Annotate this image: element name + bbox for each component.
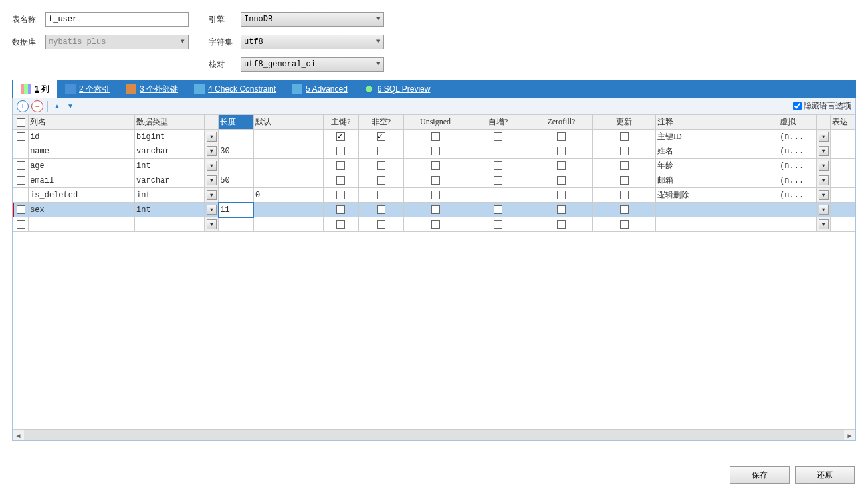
tab-columns[interactable]: 1 列 — [13, 80, 57, 98]
checkbox[interactable] — [557, 132, 566, 141]
cell-comment[interactable]: 主键ID — [655, 130, 778, 144]
checkbox[interactable] — [377, 220, 385, 229]
checkbox[interactable] — [494, 147, 502, 155]
header-zerofill[interactable]: Zerofill? — [530, 115, 593, 130]
virtual-dropdown-button[interactable]: ▼ — [819, 132, 829, 142]
checkbox[interactable] — [494, 191, 502, 199]
header-data-type[interactable]: 数据类型 — [135, 115, 205, 130]
checkbox[interactable] — [431, 176, 440, 185]
row-select-checkbox[interactable] — [17, 220, 25, 229]
tab-sql-preview[interactable]: 6 SQL Preview — [356, 80, 439, 98]
header-auto-inc[interactable]: 自增? — [467, 115, 530, 130]
checkbox[interactable] — [494, 205, 502, 214]
cell-default[interactable] — [253, 173, 323, 188]
scroll-left-arrow[interactable]: ◄ — [13, 430, 24, 441]
cell-default[interactable]: 0 — [253, 188, 323, 203]
table-row[interactable]: is_deletedint▼0逻辑删除(n...▼ — [13, 188, 855, 203]
checkbox[interactable] — [336, 191, 345, 199]
row-select-checkbox[interactable] — [17, 191, 25, 199]
checkbox[interactable] — [336, 161, 345, 170]
cell-virtual[interactable]: (n... — [778, 144, 817, 159]
move-up-button[interactable]: ▲ — [52, 102, 62, 110]
checkbox[interactable] — [431, 205, 440, 214]
checkbox[interactable] — [377, 176, 385, 185]
move-down-button[interactable]: ▼ — [65, 102, 76, 110]
table-row[interactable]: sexint▼11▼ — [13, 203, 855, 217]
cell-length[interactable] — [219, 188, 254, 203]
tab-indexes[interactable]: 2 个索引 — [57, 80, 118, 98]
checkbox[interactable] — [336, 132, 345, 141]
checkbox[interactable] — [377, 205, 385, 214]
checkbox[interactable] — [557, 161, 566, 170]
hide-language-checkbox[interactable]: 隐藏语言选项 — [793, 100, 851, 112]
header-length[interactable]: 长度 — [219, 115, 254, 130]
type-dropdown-button[interactable]: ▼ — [207, 205, 217, 215]
add-column-button[interactable]: + — [17, 100, 29, 112]
checkbox[interactable] — [620, 147, 629, 155]
checkbox[interactable] — [336, 147, 345, 155]
table-row[interactable]: idbigint▼主键ID(n...▼ — [13, 130, 855, 144]
cell-comment[interactable]: 姓名 — [655, 144, 778, 159]
header-default[interactable]: 默认 — [253, 115, 323, 130]
cell-column-name[interactable]: name — [29, 144, 135, 159]
type-dropdown-button[interactable]: ▼ — [207, 161, 217, 171]
type-dropdown-button[interactable]: ▼ — [207, 175, 217, 185]
checkbox[interactable] — [620, 176, 629, 185]
cell-virtual[interactable]: (n... — [778, 130, 817, 144]
row-select-checkbox[interactable] — [17, 205, 25, 214]
header-unsigned[interactable]: Unsigned — [404, 115, 467, 130]
checkbox[interactable] — [431, 191, 440, 199]
checkbox[interactable] — [557, 205, 566, 214]
checkbox[interactable] — [557, 176, 566, 185]
charset-select[interactable] — [241, 35, 384, 49]
cell-length[interactable] — [219, 159, 254, 173]
checkbox[interactable] — [620, 191, 629, 199]
cell-default[interactable] — [253, 203, 323, 217]
table-name-input[interactable] — [45, 12, 189, 27]
checkbox[interactable] — [557, 191, 566, 199]
virtual-dropdown-button[interactable]: ▼ — [819, 175, 829, 185]
cell-virtual[interactable]: (n... — [778, 188, 817, 203]
cell-expr[interactable] — [831, 144, 855, 159]
row-select-checkbox[interactable] — [17, 132, 25, 141]
checkbox[interactable] — [431, 161, 440, 170]
checkbox[interactable] — [494, 220, 502, 229]
header-pk[interactable]: 主键? — [324, 115, 359, 130]
checkbox[interactable] — [620, 161, 629, 170]
cell-expr[interactable] — [831, 173, 855, 188]
header-expr[interactable]: 表达 — [831, 115, 855, 130]
scroll-right-arrow[interactable]: ► — [844, 430, 855, 441]
cell-default[interactable] — [253, 217, 323, 232]
cell-virtual[interactable] — [778, 203, 817, 217]
checkbox[interactable] — [620, 220, 629, 229]
tab-advanced[interactable]: 5 Advanced — [284, 80, 356, 98]
select-all-checkbox[interactable] — [17, 118, 25, 127]
cell-length[interactable]: 11 — [219, 203, 254, 217]
header-comment[interactable]: 注释 — [655, 115, 778, 130]
virtual-dropdown-button[interactable]: ▼ — [819, 205, 829, 215]
checkbox[interactable] — [557, 147, 566, 155]
type-dropdown-button[interactable]: ▼ — [207, 190, 217, 200]
cell-length[interactable]: 50 — [219, 173, 254, 188]
cell-column-name[interactable]: age — [29, 159, 135, 173]
virtual-dropdown-button[interactable]: ▼ — [819, 219, 829, 229]
cell-comment[interactable]: 年龄 — [655, 159, 778, 173]
row-select-checkbox[interactable] — [17, 161, 25, 170]
cell-comment[interactable] — [655, 217, 778, 232]
checkbox[interactable] — [494, 161, 502, 170]
collation-select[interactable] — [241, 57, 384, 72]
checkbox[interactable] — [431, 147, 440, 155]
checkbox[interactable] — [620, 132, 629, 141]
tab-foreign-keys[interactable]: 3 个外部键 — [118, 80, 186, 98]
cell-virtual[interactable]: (n... — [778, 159, 817, 173]
virtual-dropdown-button[interactable]: ▼ — [819, 161, 829, 171]
cell-column-name[interactable]: id — [29, 130, 135, 144]
checkbox[interactable] — [377, 147, 385, 155]
cell-comment[interactable]: 逻辑删除 — [655, 188, 778, 203]
table-row[interactable]: emailvarchar▼50邮箱(n...▼ — [13, 173, 855, 188]
cell-virtual[interactable] — [778, 217, 817, 232]
checkbox[interactable] — [377, 191, 385, 199]
table-row[interactable]: ageint▼年龄(n...▼ — [13, 159, 855, 173]
cell-expr[interactable] — [831, 203, 855, 217]
cell-data-type[interactable]: varchar — [135, 173, 205, 188]
